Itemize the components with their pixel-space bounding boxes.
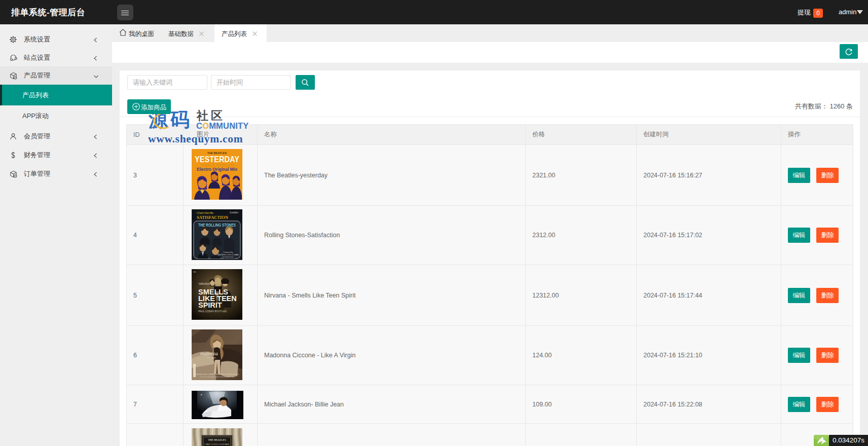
svg-text:I WANT TO HOLD YOUR HAND: I WANT TO HOLD YOUR HAND <box>205 443 230 445</box>
svg-text:madonna: madonna <box>200 351 219 356</box>
svg-text:I Can't Get No: I Can't Get No <box>197 211 213 214</box>
svg-text:like a virgin: like a virgin <box>207 357 216 359</box>
svg-text:SPIRIT: SPIRIT <box>198 301 222 309</box>
svg-text:London: London <box>229 211 238 214</box>
svg-text:ANDREW LOOG OLDHAM: ANDREW LOOG OLDHAM <box>218 253 238 255</box>
svg-text:SATISFACTION: SATISFACTION <box>197 214 228 219</box>
svg-text:Electro Original Mix: Electro Original Mix <box>197 167 237 172</box>
svg-text:NIRVANA: NIRVANA <box>199 282 210 285</box>
svg-text:THE BEATLES: THE BEATLES <box>208 438 226 441</box>
svg-text:managed player: managed player <box>223 256 235 258</box>
svg-text:NV: NV <box>193 271 196 273</box>
svg-text:PAUL LOSAN BOOTLEG: PAUL LOSAN BOOTLEG <box>198 310 227 313</box>
svg-text:Produced by: Produced by <box>223 251 233 253</box>
svg-text:SIRE RECORDS COMPANY . A WARNE: SIRE RECORDS COMPANY . A WARNER COMMUNIC… <box>195 374 238 376</box>
svg-text:PRODUCED AND ARRANGED BY NILE: PRODUCED AND ARRANGED BY NILE RODGERS . … <box>200 376 235 378</box>
